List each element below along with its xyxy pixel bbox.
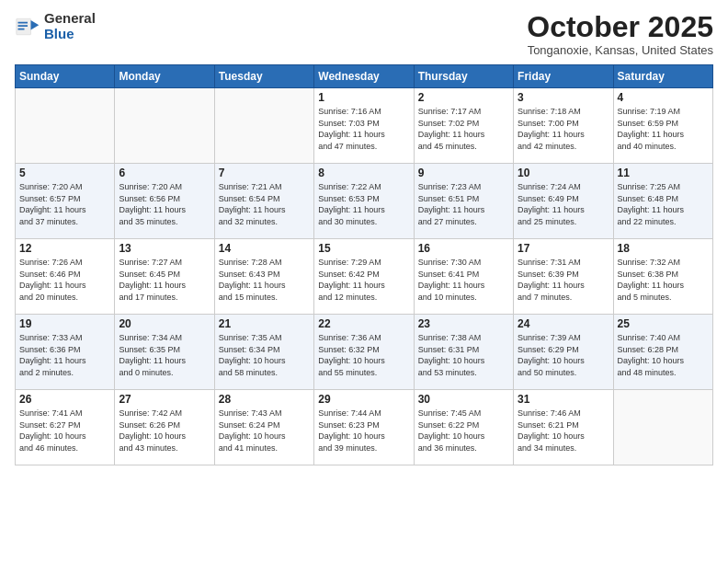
day-number: 13 xyxy=(119,242,210,255)
calendar-cell xyxy=(115,88,214,164)
svg-rect-2 xyxy=(18,21,28,23)
header: General Blue October 2025 Tonganoxie, Ka… xyxy=(15,11,713,57)
day-number: 21 xyxy=(219,317,310,330)
day-number: 20 xyxy=(119,317,210,330)
calendar-cell: 24Sunrise: 7:39 AM Sunset: 6:29 PM Dayli… xyxy=(514,315,613,390)
day-number: 6 xyxy=(119,167,210,179)
day-number: 7 xyxy=(219,167,310,179)
day-info: Sunrise: 7:40 AM Sunset: 6:28 PM Dayligh… xyxy=(618,332,709,378)
day-info: Sunrise: 7:20 AM Sunset: 6:56 PM Dayligh… xyxy=(119,181,210,227)
day-info: Sunrise: 7:24 AM Sunset: 6:49 PM Dayligh… xyxy=(518,181,609,227)
logo-icon xyxy=(15,14,40,40)
calendar-week-row: 5Sunrise: 7:20 AM Sunset: 6:57 PM Daylig… xyxy=(16,164,713,239)
calendar-cell: 1Sunrise: 7:16 AM Sunset: 7:03 PM Daylig… xyxy=(314,88,414,164)
day-number: 15 xyxy=(318,242,409,255)
day-info: Sunrise: 7:45 AM Sunset: 6:22 PM Dayligh… xyxy=(418,408,509,454)
day-number: 26 xyxy=(19,393,110,406)
day-number: 2 xyxy=(418,91,509,104)
day-info: Sunrise: 7:28 AM Sunset: 6:43 PM Dayligh… xyxy=(219,257,310,303)
day-number: 16 xyxy=(418,242,509,255)
day-info: Sunrise: 7:27 AM Sunset: 6:45 PM Dayligh… xyxy=(119,257,210,303)
day-header: Wednesday xyxy=(314,65,414,88)
calendar-cell: 22Sunrise: 7:36 AM Sunset: 6:32 PM Dayli… xyxy=(314,315,414,390)
calendar-cell: 30Sunrise: 7:45 AM Sunset: 6:22 PM Dayli… xyxy=(414,390,513,465)
day-header: Friday xyxy=(514,65,613,88)
day-number: 4 xyxy=(618,91,709,104)
day-info: Sunrise: 7:19 AM Sunset: 6:59 PM Dayligh… xyxy=(618,106,709,152)
calendar-cell: 12Sunrise: 7:26 AM Sunset: 6:46 PM Dayli… xyxy=(16,239,115,315)
day-header: Sunday xyxy=(16,65,115,88)
calendar-cell: 28Sunrise: 7:43 AM Sunset: 6:24 PM Dayli… xyxy=(214,390,313,465)
day-number: 1 xyxy=(318,91,409,104)
day-number: 22 xyxy=(318,317,409,330)
day-info: Sunrise: 7:30 AM Sunset: 6:41 PM Dayligh… xyxy=(418,257,509,303)
calendar-cell: 8Sunrise: 7:22 AM Sunset: 6:53 PM Daylig… xyxy=(314,164,414,239)
title-block: October 2025 Tonganoxie, Kansas, United … xyxy=(527,11,713,57)
day-info: Sunrise: 7:18 AM Sunset: 7:00 PM Dayligh… xyxy=(518,106,609,152)
day-info: Sunrise: 7:41 AM Sunset: 6:27 PM Dayligh… xyxy=(19,408,110,454)
calendar-cell: 3Sunrise: 7:18 AM Sunset: 7:00 PM Daylig… xyxy=(514,88,613,164)
calendar-cell: 2Sunrise: 7:17 AM Sunset: 7:02 PM Daylig… xyxy=(414,88,513,164)
calendar-cell: 6Sunrise: 7:20 AM Sunset: 6:56 PM Daylig… xyxy=(115,164,214,239)
calendar-cell: 11Sunrise: 7:25 AM Sunset: 6:48 PM Dayli… xyxy=(613,164,712,239)
day-header: Thursday xyxy=(414,65,513,88)
day-info: Sunrise: 7:46 AM Sunset: 6:21 PM Dayligh… xyxy=(518,408,609,454)
day-number: 28 xyxy=(219,393,310,406)
calendar-table: SundayMondayTuesdayWednesdayThursdayFrid… xyxy=(15,64,713,465)
calendar-cell: 15Sunrise: 7:29 AM Sunset: 6:42 PM Dayli… xyxy=(314,239,414,315)
calendar-week-row: 12Sunrise: 7:26 AM Sunset: 6:46 PM Dayli… xyxy=(16,239,713,315)
day-number: 18 xyxy=(618,242,709,255)
day-info: Sunrise: 7:29 AM Sunset: 6:42 PM Dayligh… xyxy=(318,257,409,303)
day-info: Sunrise: 7:23 AM Sunset: 6:51 PM Dayligh… xyxy=(418,181,509,227)
calendar-cell: 4Sunrise: 7:19 AM Sunset: 6:59 PM Daylig… xyxy=(613,88,712,164)
day-info: Sunrise: 7:33 AM Sunset: 6:36 PM Dayligh… xyxy=(19,332,110,378)
calendar-cell: 25Sunrise: 7:40 AM Sunset: 6:28 PM Dayli… xyxy=(613,315,712,390)
calendar-cell: 29Sunrise: 7:44 AM Sunset: 6:23 PM Dayli… xyxy=(314,390,414,465)
calendar-cell: 27Sunrise: 7:42 AM Sunset: 6:26 PM Dayli… xyxy=(115,390,214,465)
day-number: 30 xyxy=(418,393,509,406)
calendar-cell: 9Sunrise: 7:23 AM Sunset: 6:51 PM Daylig… xyxy=(414,164,513,239)
calendar-cell: 20Sunrise: 7:34 AM Sunset: 6:35 PM Dayli… xyxy=(115,315,214,390)
day-number: 25 xyxy=(618,317,709,330)
logo-blue-text: Blue xyxy=(44,27,96,42)
day-number: 24 xyxy=(518,317,609,330)
logo-general-text: General xyxy=(44,11,96,27)
calendar-cell: 14Sunrise: 7:28 AM Sunset: 6:43 PM Dayli… xyxy=(214,239,313,315)
calendar-cell: 31Sunrise: 7:46 AM Sunset: 6:21 PM Dayli… xyxy=(514,390,613,465)
svg-marker-1 xyxy=(31,20,40,30)
day-info: Sunrise: 7:42 AM Sunset: 6:26 PM Dayligh… xyxy=(119,408,210,454)
svg-rect-3 xyxy=(18,25,28,27)
day-info: Sunrise: 7:25 AM Sunset: 6:48 PM Dayligh… xyxy=(618,181,709,227)
day-number: 31 xyxy=(518,393,609,406)
calendar-cell: 17Sunrise: 7:31 AM Sunset: 6:39 PM Dayli… xyxy=(514,239,613,315)
day-info: Sunrise: 7:44 AM Sunset: 6:23 PM Dayligh… xyxy=(318,408,409,454)
day-number: 19 xyxy=(19,317,110,330)
day-info: Sunrise: 7:36 AM Sunset: 6:32 PM Dayligh… xyxy=(318,332,409,378)
day-info: Sunrise: 7:17 AM Sunset: 7:02 PM Dayligh… xyxy=(418,106,509,152)
calendar-cell xyxy=(613,390,712,465)
day-number: 11 xyxy=(618,167,709,179)
calendar-cell: 18Sunrise: 7:32 AM Sunset: 6:38 PM Dayli… xyxy=(613,239,712,315)
day-info: Sunrise: 7:31 AM Sunset: 6:39 PM Dayligh… xyxy=(518,257,609,303)
day-info: Sunrise: 7:20 AM Sunset: 6:57 PM Dayligh… xyxy=(19,181,110,227)
calendar-cell: 19Sunrise: 7:33 AM Sunset: 6:36 PM Dayli… xyxy=(16,315,115,390)
calendar-cell: 5Sunrise: 7:20 AM Sunset: 6:57 PM Daylig… xyxy=(16,164,115,239)
day-header: Monday xyxy=(115,65,214,88)
day-number: 5 xyxy=(19,167,110,179)
day-number: 29 xyxy=(318,393,409,406)
logo-text: General Blue xyxy=(44,11,96,41)
day-info: Sunrise: 7:35 AM Sunset: 6:34 PM Dayligh… xyxy=(219,332,310,378)
day-info: Sunrise: 7:32 AM Sunset: 6:38 PM Dayligh… xyxy=(618,257,709,303)
calendar-cell xyxy=(16,88,115,164)
day-number: 23 xyxy=(418,317,509,330)
day-header: Saturday xyxy=(613,65,712,88)
day-number: 12 xyxy=(19,242,110,255)
day-number: 14 xyxy=(219,242,310,255)
day-header: Tuesday xyxy=(214,65,313,88)
header-row: SundayMondayTuesdayWednesdayThursdayFrid… xyxy=(16,65,713,88)
logo: General Blue xyxy=(15,11,96,41)
day-info: Sunrise: 7:43 AM Sunset: 6:24 PM Dayligh… xyxy=(219,408,310,454)
day-info: Sunrise: 7:26 AM Sunset: 6:46 PM Dayligh… xyxy=(19,257,110,303)
day-number: 17 xyxy=(518,242,609,255)
calendar-cell xyxy=(214,88,313,164)
